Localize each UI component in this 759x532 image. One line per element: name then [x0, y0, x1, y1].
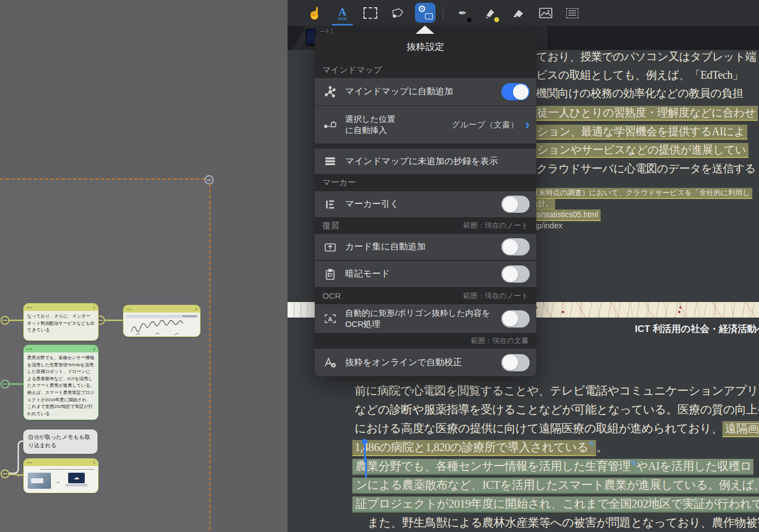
setting-label: マーカー引く	[345, 198, 501, 210]
collapse-branch-button[interactable]	[204, 175, 214, 185]
doc-text-line: における高度な医療の提供に向けて遠隔医療の取組が進められており、遠隔画像	[355, 421, 759, 436]
popover-arrow	[416, 25, 434, 34]
ocr-icon	[566, 8, 578, 18]
node-link-arrow-icon[interactable]: ›	[93, 459, 95, 466]
document-thumbnail	[306, 29, 315, 45]
marker-icon	[322, 199, 338, 210]
section-header-ocr: OCR範囲：現在のノート	[315, 287, 536, 304]
footnote-marker: *6	[630, 459, 636, 467]
setting-label: 自動的に矩形/ポリゴン抜粋した内容をOCR処理	[345, 308, 501, 330]
node-header: ••• ›	[24, 459, 98, 466]
setting-label: マインドマップに未追加の抄録を表示	[345, 156, 530, 167]
doc-text-line: また、野生鳥獣による農林水産業等への被害が問題となっており、農作物被害	[367, 515, 759, 530]
node-link-arrow-icon[interactable]: ›	[93, 304, 95, 310]
eraser-tool-button[interactable]	[507, 3, 529, 23]
node-title-dots: •••	[27, 459, 32, 466]
setting-row-online-proofread[interactable]: 抜粋をオンラインで自動校正	[315, 349, 536, 376]
highlighted-text: ーション、最適な学習機会を提供するAIによ	[521, 125, 747, 139]
image-excerpt: → ☁	[24, 466, 98, 493]
lasso-select-icon	[391, 7, 404, 19]
card-add-icon	[322, 242, 338, 252]
node-text: 農業分野でも、各種センサー情報を活用した生育管理*6やAIを活用した収穫ロボット…	[24, 352, 98, 420]
laptop-cloud-illustration: ☁	[65, 473, 88, 487]
rect-select-icon	[363, 7, 377, 19]
banner-left-strip	[288, 302, 315, 318]
setting-row-show-unadded-excerpts[interactable]: マインドマップに未追加の抄録を表示	[315, 149, 536, 174]
ocr-excerpt-tool-button[interactable]	[562, 3, 583, 23]
doc-text-line: ービスの取組としても、例えば、「EdTech」	[525, 68, 743, 83]
node-text: なっており、さらに、インターネット動画配信サービスなども出てきている	[24, 311, 98, 341]
mindmap-node-excerpt[interactable]: ••• › 農業分野でも、各種センサー情報を活用した生育管理*6やAIを活用した…	[23, 345, 99, 420]
toggle-online-proofread[interactable]	[501, 354, 530, 371]
doc-text-line: 証プロジェクトが2019年度に開始され、これまで全国202地区で実証が行われて	[352, 496, 759, 511]
doc-text-line: っており、授業でのパソコン又はタブレット端	[525, 49, 756, 64]
chevron-right-icon[interactable]: ›	[525, 119, 530, 130]
setting-label: カード集に自動追加	[345, 241, 501, 253]
doc-text-line: ンによる農薬散布など、ICTを活用したスマート農業が進展している。例えば、	[352, 477, 759, 493]
scope-label: 範囲：現在のノート	[463, 221, 529, 231]
setting-label: 選択した位置に自動挿入	[345, 114, 452, 136]
image-excerpt-tool-button[interactable]	[535, 3, 556, 23]
hospital-photo	[28, 473, 51, 489]
pen-color-dot	[467, 18, 471, 22]
scope-label: 範囲：現在の文書	[471, 336, 529, 346]
excerpt-settings-button[interactable]	[415, 3, 435, 23]
scope-label: 範囲：現在のノート	[463, 291, 529, 301]
highlighted-text: 証プロジェクトが2019年度に開始され、これまで全国202地区で実証が行われて	[352, 497, 759, 511]
section-header-mindmap: マインドマップ	[315, 62, 536, 78]
mindmap-node-image[interactable]: ••• › → ☁	[23, 458, 99, 493]
setting-row-memorize-mode[interactable]: 暗記モード	[315, 261, 536, 287]
hand-icon	[307, 7, 322, 20]
text-selection-handle[interactable]	[365, 458, 367, 478]
setting-row-draw-marker[interactable]: マーカー引く	[315, 191, 536, 217]
highlighter-icon	[484, 8, 496, 19]
doc-text-line: るクラウドサーバに心電図のデータを送信する	[525, 161, 756, 176]
excerpt-settings-popover: 抜粋設定 マインドマップ マインドマップに自動追加 選択した位置に自動挿入 グル…	[315, 33, 536, 376]
lasso-excerpt-tool-button[interactable]	[387, 3, 408, 23]
excerpt-settings-icon	[415, 3, 435, 23]
node-link-arrow-icon[interactable]: ›	[93, 346, 95, 352]
toggle-memorize-mode[interactable]	[501, 265, 530, 283]
highlighted-text: 遠隔画像	[722, 421, 759, 436]
mindmap-canvas[interactable]: ••• › なっており、さらに、インターネット動画配信サービスなども出てきている…	[0, 0, 288, 532]
highlighted-text: 農業分野でも、各種センサー情報を活用した生育管理*6やAIを活用した収穫ロ	[352, 459, 753, 474]
setting-row-auto-add-mindmap[interactable]: マインドマップに自動追加	[315, 78, 536, 105]
pen-tool-button[interactable]	[452, 3, 473, 23]
highlighted-footnote: 月末時点の調査）において、クラウドサービスを「全社的に利用し	[526, 188, 752, 198]
text-excerpt-icon: A	[338, 7, 347, 20]
highlighted-text: ンによる農薬散布など、ICTを活用したスマート農業が進展している。例えば、	[352, 478, 759, 493]
section-header-review: 復習範囲：現在のノート	[315, 217, 536, 234]
image-icon	[539, 8, 552, 18]
toggle-draw-marker[interactable]	[501, 196, 530, 213]
mindmap-icon	[322, 86, 338, 98]
mindmap-node-excerpt[interactable]: ••• › なっており、さらに、インターネット動画配信サービスなども出てきている	[23, 303, 99, 341]
toolbar: A	[288, 0, 759, 26]
section-header-marker: マーカー	[315, 174, 536, 191]
setting-row-auto-ocr[interactable]: A 自動的に矩形/ポリゴン抜粋した内容をOCR処理	[315, 304, 536, 333]
popover-title: 抜粋設定	[315, 33, 536, 62]
setting-row-insert-position[interactable]: 選択した位置に自動挿入 グループ（文書） ›	[315, 106, 536, 144]
toggle-auto-add-cards[interactable]	[501, 238, 530, 255]
footnote-marker: *5	[588, 441, 594, 448]
proofread-icon	[322, 357, 338, 368]
doc-text-line: 1,486の病院と1,820の診療所で導入されている*5。	[352, 439, 608, 455]
setting-label: 抜粋をオンラインで自動校正	[345, 357, 501, 369]
toggle-auto-ocr[interactable]	[501, 310, 530, 328]
doc-text-line: などの診断や服薬指導を受けることなどが可能となっている。医療の質の向上や離	[355, 402, 759, 417]
mindmap-node-handwriting[interactable]: ••• ›	[123, 305, 201, 337]
toolbar-divider	[443, 6, 443, 20]
active-tool-indicator	[332, 24, 353, 25]
toggle-auto-add-mindmap[interactable]	[501, 83, 530, 100]
hand-tool-button[interactable]	[304, 3, 325, 23]
node-title-dots: •••	[126, 305, 132, 313]
mindmap-node-note[interactable]: 自分が取ったメモもも取り込まれる	[23, 429, 98, 454]
setting-value: グループ（文書）	[452, 120, 519, 130]
text-excerpt-tool-button[interactable]: A	[332, 3, 353, 23]
highlighter-tool-button[interactable]	[480, 3, 501, 23]
node-link-arrow-icon[interactable]: ›	[195, 306, 197, 312]
highlighted-url: ics/statistics05.html	[526, 209, 601, 220]
setting-row-auto-add-cards[interactable]: カード集に自動追加	[315, 234, 536, 260]
node-header: ••• ›	[24, 345, 98, 352]
rect-excerpt-tool-button[interactable]	[360, 3, 381, 23]
doc-text-line: 育機関向けの校務の効率化などの教員の負担	[525, 86, 743, 101]
